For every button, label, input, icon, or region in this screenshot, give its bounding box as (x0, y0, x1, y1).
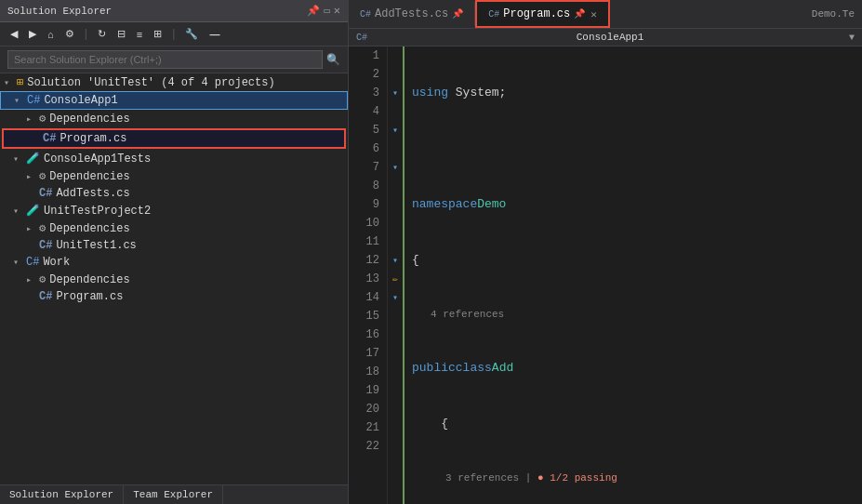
gutter-14: ▾ (388, 288, 403, 307)
search-icon: 🔍 (326, 53, 340, 67)
code-line-6: { (412, 415, 862, 433)
tab-program-close[interactable]: ✕ (590, 8, 597, 20)
arrow-consoleapp1tests: ▾ (13, 153, 26, 165)
gutter-2 (388, 65, 403, 84)
dropdown-icon[interactable]: ▼ (849, 33, 855, 43)
refresh-button[interactable]: ↻ (93, 25, 111, 43)
gutter-6 (388, 139, 403, 158)
solution-explorer-panel: Solution Explorer 📌 ▭ ✕ ◀ ▶ ⌂ ⚙ | ↻ ⊟ ≡ … (0, 0, 349, 504)
dep3-label: Dependencies (49, 222, 129, 235)
gutter-20 (388, 400, 403, 418)
dep3-icon: ⚙ (39, 221, 46, 235)
tree-item-work[interactable]: ▾ C# Work (0, 254, 348, 271)
arrow-dep3: ▸ (26, 223, 39, 234)
consoleapp1-icon: C# (27, 94, 40, 107)
unittest1-icon: C# (39, 239, 52, 252)
addtests-icon: C# (39, 187, 52, 200)
panel-title: Solution Explorer (7, 6, 112, 17)
line-numbers: 12345 678910 1112131415 1617181920 2122 (349, 46, 388, 504)
tree-item-addtests[interactable]: C# AddTests.cs (0, 185, 348, 202)
gutter-1 (388, 46, 403, 65)
tree-item-programcs1[interactable]: C# Program.cs (2, 128, 346, 149)
tree-item-unittestproject2[interactable]: ▾ 🧪 UnitTestProject2 (0, 202, 348, 219)
search-input[interactable] (7, 50, 323, 69)
work-label: Work (43, 256, 70, 269)
addtests-label: AddTests.cs (56, 187, 129, 200)
tree-item-dep3[interactable]: ▸ ⚙ Dependencies (0, 219, 348, 237)
gutter-19 (388, 381, 403, 400)
tab-program-pin[interactable]: 📌 (574, 8, 585, 20)
float-icon[interactable]: ▭ (324, 5, 330, 17)
arrow-work: ▾ (13, 257, 26, 268)
code-line-2 (412, 139, 862, 158)
panel-title-bar: Solution Explorer 📌 ▭ ✕ (0, 0, 348, 22)
programcs1-icon: C# (43, 132, 56, 145)
dep4-label: Dependencies (49, 273, 129, 286)
tab-addtests-label: AddTests.cs (375, 7, 448, 20)
pin-icon[interactable]: 📌 (307, 5, 320, 17)
gutter-12: ▾ (388, 251, 403, 270)
sync-button[interactable]: ⚙ (60, 25, 79, 43)
filter-button[interactable]: ⊞ (149, 25, 166, 43)
arrow-addtests (26, 189, 39, 199)
meta-line-7: 3 references | ● 1/2 passing (412, 471, 862, 485)
gutter-3: ▾ (388, 84, 403, 102)
tree-item-dep2[interactable]: ▸ ⚙ Dependencies (0, 167, 348, 185)
arrow-programcs1 (30, 134, 43, 144)
tab-addtests-pin[interactable]: 📌 (452, 8, 463, 20)
gutter-8 (388, 177, 403, 195)
dep2-icon: ⚙ (39, 169, 46, 183)
code-editor[interactable]: using System; namespace Demo { 4 referen… (404, 46, 862, 504)
arrow-dep1: ▸ (26, 113, 39, 125)
work-icon: C# (26, 256, 39, 269)
tab-program-icon: C# (488, 9, 499, 20)
tree-item-unittest1[interactable]: C# UnitTest1.cs (0, 237, 348, 254)
tab-team-explorer[interactable]: Team Explorer (124, 485, 223, 504)
arrow-unittest1 (26, 241, 39, 251)
meta-line-4: 4 references (412, 307, 862, 322)
properties-button[interactable]: ≡ (132, 26, 147, 43)
tree-item-dep1[interactable]: ▸ ⚙ Dependencies (0, 110, 348, 127)
gutter-22 (388, 437, 403, 456)
gutter-7: ▾ (388, 158, 403, 177)
arrow-consoleapp1: ▾ (14, 95, 27, 106)
tab-program-label: Program.cs (503, 7, 570, 20)
gutter-21 (388, 418, 403, 437)
editor-panel: C# AddTests.cs 📌 C# Program.cs 📌 ✕ Demo.… (349, 0, 862, 504)
gutter-13: ✏ (388, 270, 403, 288)
collapse-all-button[interactable]: ⊟ (113, 25, 130, 43)
gutter-4 (388, 102, 403, 121)
code-line-5: public class Add (412, 359, 862, 378)
forward-button[interactable]: ▶ (24, 25, 41, 43)
tree-item-programcs2[interactable]: C# Program.cs (0, 288, 348, 305)
arrow-solution: ▾ (4, 77, 17, 88)
tab-addtests-icon: C# (360, 9, 371, 20)
tree-item-consoleapp1tests[interactable]: ▾ 🧪 ConsoleApp1Tests (0, 150, 348, 167)
tab-solution-explorer[interactable]: Solution Explorer (0, 485, 124, 504)
home-button[interactable]: ⌂ (43, 26, 59, 43)
tab-program[interactable]: C# Program.cs 📌 ✕ (475, 0, 610, 28)
unittestproject2-label: UnitTestProject2 (44, 205, 151, 218)
dep4-icon: ⚙ (39, 272, 46, 286)
breadcrumb-text: ConsoleApp1 (577, 32, 644, 43)
tab-addtests[interactable]: C# AddTests.cs 📌 (349, 2, 475, 26)
panel-toolbar: ◀ ▶ ⌂ ⚙ | ↻ ⊟ ≡ ⊞ | 🔧 — (0, 22, 348, 46)
pin-panel-button[interactable]: — (205, 26, 224, 43)
dep2-label: Dependencies (49, 170, 129, 183)
close-icon[interactable]: ✕ (334, 4, 340, 18)
programcs2-label: Program.cs (56, 290, 123, 303)
tree-item-dep4[interactable]: ▸ ⚙ Dependencies (0, 271, 348, 288)
code-line-3: namespace Demo (412, 195, 862, 214)
breadcrumb-bar: C# ConsoleApp1 ▼ (349, 29, 862, 46)
back-button[interactable]: ◀ (6, 25, 22, 43)
tree-item-consoleapp1[interactable]: ▾ C# ConsoleApp1 (0, 91, 348, 110)
code-area[interactable]: 12345 678910 1112131415 1617181920 2122 … (349, 46, 862, 504)
gutter-5: ▾ (388, 121, 403, 139)
gutter-17 (388, 344, 403, 363)
unittest1-label: UnitTest1.cs (56, 239, 136, 252)
consoleapp1tests-icon: 🧪 (26, 152, 40, 166)
settings-button[interactable]: 🔧 (180, 25, 203, 43)
bottom-tabs: Solution Explorer Team Explorer (0, 484, 348, 504)
code-gutter: ▾ ▾ ▾ ▾ ✏ ▾ (388, 46, 404, 504)
tree-item-solution[interactable]: ▾ ⊞ Solution 'UnitTest' (4 of 4 projects… (0, 73, 348, 91)
